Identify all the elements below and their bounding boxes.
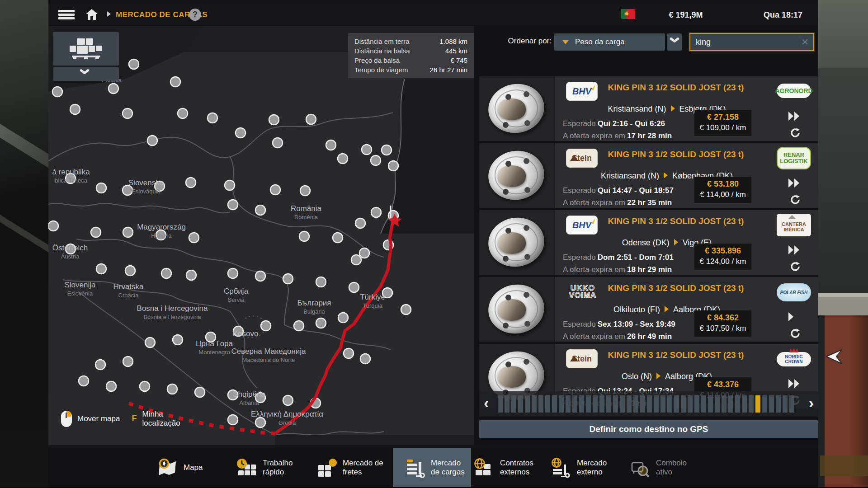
page-next-button[interactable]: › bbox=[809, 394, 814, 412]
page-tick[interactable] bbox=[599, 395, 604, 413]
city-dot[interactable] bbox=[155, 181, 165, 191]
filter-collapse-button[interactable] bbox=[53, 67, 119, 81]
page-tick[interactable] bbox=[525, 395, 530, 413]
city-dot[interactable] bbox=[388, 161, 398, 171]
city-dot[interactable] bbox=[195, 387, 205, 397]
move-map-label[interactable]: Mover mapa bbox=[77, 414, 120, 423]
page-tick[interactable] bbox=[776, 395, 781, 413]
page-tick[interactable] bbox=[559, 395, 564, 413]
city-dot[interactable] bbox=[206, 332, 216, 342]
page-tick[interactable] bbox=[715, 395, 720, 413]
city-dot[interactable] bbox=[351, 255, 361, 265]
page-tick[interactable] bbox=[674, 395, 679, 413]
sort-dropdown-expand-button[interactable] bbox=[667, 33, 682, 51]
city-dot[interactable] bbox=[96, 183, 106, 193]
tab-external-contracts[interactable]: Contratos externos bbox=[473, 448, 551, 487]
cargo-offer-row[interactable]: BHV KING PIN 3 1/2 SOLID JOST (23 t) CAN… bbox=[479, 210, 818, 275]
city-dot[interactable] bbox=[123, 108, 132, 118]
menu-icon[interactable] bbox=[58, 9, 75, 21]
tab-external-market[interactable]: Mercado externo bbox=[550, 448, 623, 487]
page-tick[interactable] bbox=[654, 395, 659, 413]
set-gps-destination-button[interactable]: Definir como destino no GPS bbox=[479, 420, 818, 438]
page-tick[interactable] bbox=[620, 395, 625, 413]
city-dot[interactable] bbox=[208, 113, 217, 123]
city-dot[interactable] bbox=[91, 227, 101, 237]
city-dot[interactable] bbox=[228, 390, 238, 400]
city-dot[interactable] bbox=[79, 376, 89, 386]
page-tick-strip[interactable] bbox=[498, 395, 794, 413]
page-tick[interactable] bbox=[694, 395, 699, 413]
page-tick[interactable] bbox=[681, 395, 686, 413]
page-tick[interactable] bbox=[708, 395, 713, 413]
page-tick[interactable] bbox=[498, 395, 503, 413]
city-dot[interactable] bbox=[255, 418, 265, 427]
city-dot[interactable] bbox=[66, 174, 75, 183]
city-dot[interactable] bbox=[300, 186, 310, 196]
page-tick[interactable] bbox=[613, 395, 618, 413]
city-dot[interactable] bbox=[333, 233, 343, 243]
city-dot[interactable] bbox=[236, 128, 245, 138]
city-dot[interactable] bbox=[186, 178, 196, 188]
page-tick[interactable] bbox=[606, 395, 611, 413]
city-dot[interactable] bbox=[48, 221, 58, 231]
page-tick[interactable] bbox=[538, 395, 543, 413]
page-tick[interactable] bbox=[688, 395, 693, 413]
city-dot[interactable] bbox=[123, 185, 132, 195]
city-dot[interactable] bbox=[123, 357, 133, 366]
page-tick[interactable] bbox=[627, 395, 632, 413]
city-dot[interactable] bbox=[344, 348, 354, 358]
city-dot[interactable] bbox=[326, 140, 336, 150]
city-dot[interactable] bbox=[316, 318, 326, 328]
page-tick[interactable] bbox=[552, 395, 557, 413]
tab-freight-market[interactable]: Mercado de fretes bbox=[316, 448, 394, 487]
page-tick[interactable] bbox=[722, 395, 726, 413]
city-dot[interactable] bbox=[283, 395, 293, 405]
help-button[interactable]: ? bbox=[189, 9, 201, 21]
tab-quick-job[interactable]: Trabalho rápido bbox=[236, 448, 311, 487]
europe-map[interactable]: á republikablica TchecaPolôniaSlovenskoE… bbox=[48, 26, 474, 445]
page-tick[interactable] bbox=[532, 395, 537, 413]
tab-cargo-market[interactable]: Mercado de cargas bbox=[393, 448, 471, 487]
page-tick[interactable] bbox=[728, 395, 733, 413]
my-location-button[interactable]: Minha localização bbox=[142, 410, 184, 427]
page-tick-active[interactable] bbox=[755, 395, 760, 413]
city-dot[interactable] bbox=[306, 114, 316, 124]
page-tick[interactable] bbox=[505, 395, 509, 413]
city-dot[interactable] bbox=[233, 326, 243, 336]
city-dot[interactable] bbox=[145, 338, 155, 347]
city-dot[interactable] bbox=[360, 354, 370, 364]
city-dot[interactable] bbox=[316, 277, 326, 287]
cargo-offer-row[interactable]: BHV KING PIN 3 1/2 SOLID JOST (23 t) AGR… bbox=[479, 76, 818, 141]
city-dot[interactable] bbox=[123, 227, 133, 237]
city-dot[interactable] bbox=[225, 180, 235, 190]
city-dot[interactable] bbox=[359, 248, 369, 258]
clear-search-icon[interactable]: ✕ bbox=[801, 37, 809, 47]
page-tick[interactable] bbox=[647, 395, 652, 413]
city-dot[interactable] bbox=[255, 393, 265, 403]
city-dot[interactable] bbox=[371, 155, 381, 165]
city-dot[interactable] bbox=[228, 415, 238, 425]
city-dot[interactable] bbox=[167, 384, 177, 394]
page-tick[interactable] bbox=[640, 395, 645, 413]
tab-map[interactable]: Mapa bbox=[157, 448, 225, 487]
page-tick[interactable] bbox=[593, 395, 598, 413]
city-dot[interactable] bbox=[70, 104, 80, 114]
city-dot[interactable] bbox=[338, 154, 348, 164]
cargo-offer-row[interactable]: UKKO VOIMA KING PIN 3 1/2 SOLID JOST (23… bbox=[479, 277, 818, 342]
page-tick[interactable] bbox=[769, 395, 774, 413]
city-dot[interactable] bbox=[108, 84, 118, 94]
page-tick[interactable] bbox=[735, 395, 740, 413]
city-dot[interactable] bbox=[178, 108, 188, 118]
city-dot[interactable] bbox=[129, 59, 139, 69]
city-dot[interactable] bbox=[299, 231, 309, 241]
page-tick[interactable] bbox=[701, 395, 706, 413]
page-tick[interactable] bbox=[742, 395, 747, 413]
tab-active-convoy[interactable]: Comboio ativo bbox=[629, 448, 702, 487]
city-dot[interactable] bbox=[186, 270, 196, 280]
city-dot[interactable] bbox=[401, 305, 411, 314]
search-input[interactable]: king ✕ bbox=[689, 33, 814, 51]
city-dot[interactable] bbox=[273, 138, 283, 148]
city-dot[interactable] bbox=[228, 200, 238, 210]
city-dot[interactable] bbox=[156, 230, 166, 240]
city-dot[interactable] bbox=[161, 268, 171, 278]
